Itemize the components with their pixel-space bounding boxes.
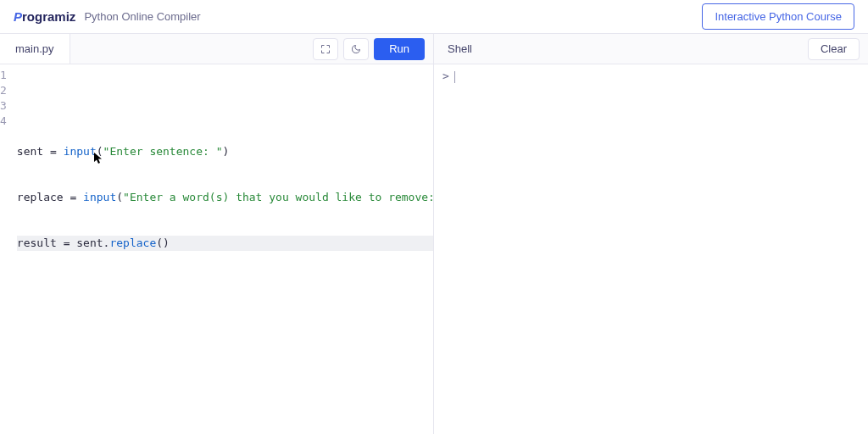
tab-shell[interactable]: Shell	[434, 34, 486, 64]
code-line: sent = input("Enter sentence: ")	[17, 144, 433, 159]
code-line	[17, 98, 433, 114]
theme-toggle-button[interactable]	[343, 38, 369, 60]
line-gutter: 1 2 3 4	[0, 64, 14, 434]
code-editor[interactable]: 1 2 3 4 sent = input("Enter sentence: ")…	[0, 64, 433, 434]
line-number: 1	[0, 68, 7, 83]
course-button[interactable]: Interactive Python Course	[702, 3, 854, 30]
brand-logo[interactable]: Programiz	[14, 9, 75, 24]
clear-button[interactable]: Clear	[808, 38, 860, 60]
page-subtitle: Python Online Compiler	[84, 10, 200, 23]
tab-main-py[interactable]: main.py	[0, 34, 70, 64]
line-number: 4	[0, 114, 7, 129]
editor-pane: main.py Run 1 2 3 4 sent = input("Enter …	[0, 34, 434, 434]
app-header: Programiz Python Online Compiler Interac…	[0, 0, 868, 34]
line-number: 2	[0, 83, 7, 98]
code-line: replace = input("Enter a word(s) that yo…	[17, 190, 433, 205]
code-content[interactable]: sent = input("Enter sentence: ") replace…	[14, 64, 433, 434]
maximize-icon	[320, 44, 331, 54]
shell-cursor	[454, 71, 455, 83]
shell-pane: Shell Clear >	[434, 34, 868, 434]
moon-icon	[351, 44, 361, 54]
shell-toolbar: Shell Clear	[434, 34, 868, 64]
main-split: main.py Run 1 2 3 4 sent = input("Enter …	[0, 34, 868, 434]
brand-text: rogramiz	[22, 9, 75, 24]
brand-accent: P	[14, 9, 22, 24]
header-left: Programiz Python Online Compiler	[14, 9, 201, 24]
line-number: 3	[0, 98, 7, 114]
code-line-active: result = sent.replace()	[17, 236, 433, 251]
shell-output[interactable]: >	[434, 64, 868, 88]
editor-toolbar: main.py Run	[0, 34, 433, 64]
fullscreen-button[interactable]	[313, 38, 338, 60]
shell-prompt: >	[442, 70, 449, 83]
run-button[interactable]: Run	[374, 38, 425, 60]
